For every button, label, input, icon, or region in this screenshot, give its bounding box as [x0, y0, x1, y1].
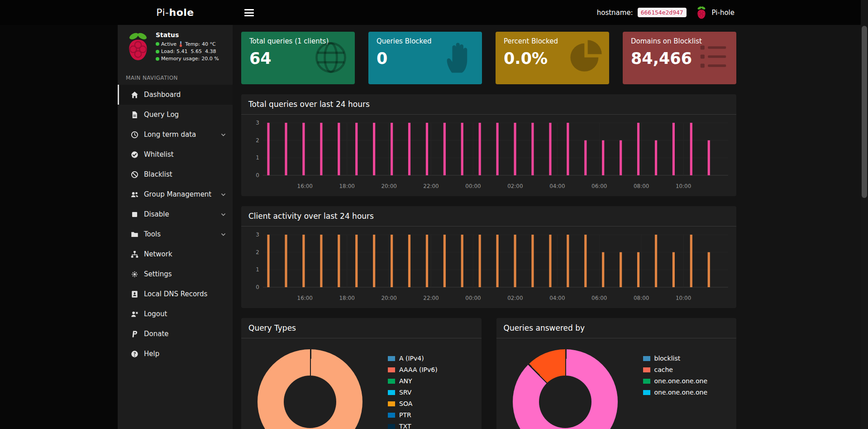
legend-item-any[interactable]: ANY: [388, 377, 438, 385]
sidebar-item-blacklist[interactable]: Blacklist: [118, 164, 233, 184]
legend-color-chip: [643, 356, 650, 361]
scrollbar[interactable]: [861, 0, 868, 429]
brand-prefix: Pi-: [156, 7, 169, 18]
hand-icon: [440, 38, 477, 77]
svg-text:0: 0: [256, 172, 259, 178]
legend-item-soa[interactable]: SOA: [388, 400, 438, 407]
sidebar-item-dashboard[interactable]: Dashboard: [118, 85, 233, 105]
legend-item-txt[interactable]: TXT: [388, 423, 438, 429]
client-activity-chart[interactable]: 012316:0018:0020:0022:0000:0002:0004:000…: [248, 231, 730, 305]
sidebar-nav: DashboardQuery LogLong term dataWhitelis…: [118, 85, 233, 364]
legend-label: cache: [654, 366, 673, 373]
temp-label: Temp:: [185, 41, 200, 47]
legend-color-chip: [643, 390, 650, 395]
legend-item-srv[interactable]: SRV: [388, 389, 438, 396]
scrollbar-thumb[interactable]: [862, 26, 867, 198]
legend-label: TXT: [399, 423, 411, 429]
svg-text:3: 3: [256, 231, 259, 238]
sidebar-item-network[interactable]: Network: [118, 244, 233, 264]
status-active-line: Active Temp: 40 °C: [156, 41, 219, 47]
sidebar-item-logout[interactable]: Logout: [118, 304, 233, 324]
list-icon: [695, 38, 732, 77]
legend-label: one.one.one.one: [654, 377, 708, 385]
query-types-chart[interactable]: A (IPv4)AAAA (IPv6)ANYSRVSOAPTRTXTNAPTR: [248, 343, 475, 429]
doughnut-chart-canvas[interactable]: [513, 349, 618, 429]
status-memory-line: Memory usage: 20.0 %: [156, 56, 219, 62]
panel-title: Client activity over last 24 hours: [241, 206, 736, 227]
sidebar-item-disable[interactable]: Disable: [118, 204, 233, 224]
svg-text:18:00: 18:00: [339, 295, 354, 301]
status-title: Status: [156, 31, 219, 39]
sidebar-item-settings[interactable]: Settings: [118, 264, 233, 284]
sign-out-icon: [130, 310, 138, 318]
legend-item-one-one-one-one[interactable]: one.one.one.one: [643, 389, 708, 396]
chart-legend: blocklistcacheone.one.one.oneone.one.one…: [643, 355, 708, 429]
legend-color-chip: [388, 424, 395, 429]
svg-text:20:00: 20:00: [381, 295, 396, 301]
sidebar-item-local-dns-records[interactable]: Local DNS Records: [118, 284, 233, 304]
sidebar-item-label: Dashboard: [144, 91, 226, 99]
legend-label: SRV: [399, 389, 411, 396]
stop-icon: [130, 211, 138, 218]
status-load-line: Load: 5.41 5.65 4.38: [156, 48, 219, 54]
doughnut-chart-canvas[interactable]: [258, 349, 362, 429]
legend-label: ANY: [399, 377, 412, 385]
load-label: Load:: [161, 48, 175, 54]
legend-item-a-ipv4[interactable]: A (IPv4): [388, 355, 438, 362]
hamburger-menu-icon[interactable]: [244, 9, 254, 18]
main-content: Total queries (1 clients)64Queries Block…: [233, 0, 868, 429]
ban-icon: [130, 171, 138, 178]
sidebar-item-whitelist[interactable]: Whitelist: [118, 145, 233, 164]
chevron-down-icon: [220, 231, 226, 237]
sidebar-item-help[interactable]: Help: [118, 344, 233, 364]
bar-chart-canvas[interactable]: 012316:0018:0020:0022:0000:0002:0004:000…: [248, 231, 730, 305]
svg-text:00:00: 00:00: [465, 183, 481, 189]
legend-item-cache[interactable]: cache: [643, 366, 708, 373]
sidebar-item-tools[interactable]: Tools: [118, 224, 233, 244]
legend-label: SOA: [399, 400, 412, 407]
sidebar-item-group-management[interactable]: Group Management: [118, 184, 233, 204]
legend-label: blocklist: [654, 355, 681, 362]
sidebar-item-donate[interactable]: Donate: [118, 324, 233, 344]
sidebar-item-label: Network: [144, 250, 226, 258]
left-gutter: [0, 0, 118, 429]
legend-item-blocklist[interactable]: blocklist: [643, 355, 708, 362]
queries-answered-by-chart[interactable]: blocklistcacheone.one.one.oneone.one.one…: [503, 343, 730, 429]
legend-label: AAAA (IPv6): [399, 366, 438, 373]
navbar-right: hostname: 666154e2d947 Pi-hole: [597, 0, 734, 25]
legend-item-ptr[interactable]: PTR: [388, 411, 438, 419]
svg-text:2: 2: [256, 137, 259, 144]
legend-item-aaaa-ipv6[interactable]: AAAA (IPv6): [388, 366, 438, 373]
chevron-down-icon: [220, 132, 226, 138]
brand-bold: hole: [169, 7, 194, 18]
sidebar-item-label: Help: [144, 350, 226, 358]
hostname-value: 666154e2d947: [638, 8, 687, 17]
total-queries-chart[interactable]: 012316:0018:0020:0022:0000:0002:0004:000…: [248, 119, 730, 193]
sidebar-item-label: Settings: [144, 270, 226, 278]
sidebar-item-label: Group Management: [144, 190, 215, 198]
sidebar-item-label: Disable: [144, 210, 215, 218]
legend-color-chip: [388, 379, 395, 384]
status-active-label: Active: [161, 41, 176, 47]
svg-text:22:00: 22:00: [423, 183, 439, 189]
panel-client-activity: Client activity over last 24 hours 01231…: [241, 206, 736, 308]
stat-card-queries-blocked: Queries Blocked0: [368, 32, 482, 84]
bar-chart-canvas[interactable]: 012316:0018:0020:0022:0000:0002:0004:000…: [248, 119, 730, 193]
paypal-icon: [130, 330, 138, 338]
gears-icon: [130, 270, 138, 278]
file-icon: [130, 111, 138, 119]
brand-logo[interactable]: Pi-hole: [118, 0, 233, 25]
svg-text:06:00: 06:00: [591, 295, 607, 301]
doughnut-hole: [284, 376, 336, 428]
svg-text:18:00: 18:00: [339, 183, 354, 189]
sidebar-item-query-log[interactable]: Query Log: [118, 105, 233, 125]
legend-label: A (IPv4): [399, 355, 424, 362]
svg-text:06:00: 06:00: [591, 183, 607, 189]
stat-card-domains-on-blocklist: Domains on Blocklist84,466: [623, 32, 736, 84]
clock-icon: [130, 131, 138, 139]
memory-value: 20.0 %: [201, 56, 219, 62]
sidebar-item-label: Query Log: [144, 111, 226, 119]
sidebar-item-long-term-data[interactable]: Long term data: [118, 125, 233, 145]
legend-item-one-one-one-one[interactable]: one.one.one.one: [643, 377, 708, 385]
svg-text:3: 3: [256, 120, 259, 126]
